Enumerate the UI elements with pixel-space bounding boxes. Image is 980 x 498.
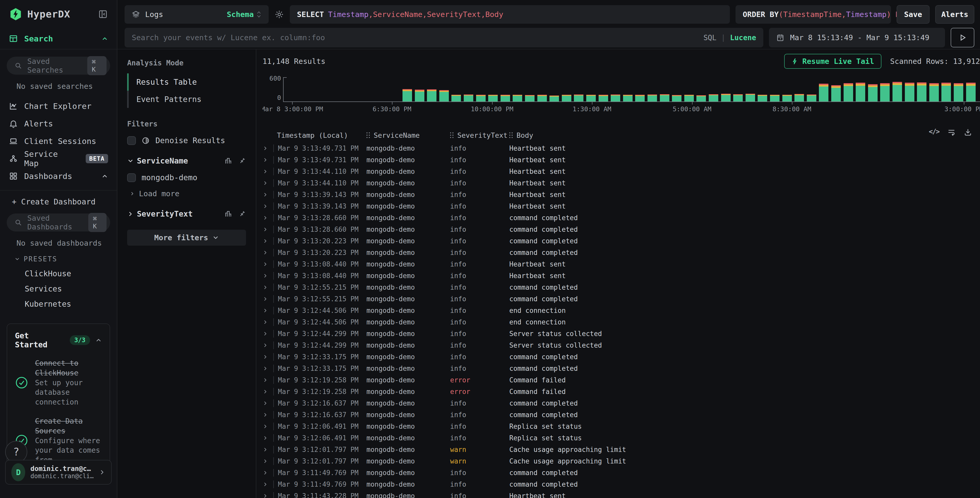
get-started-item[interactable]: Connect to ClickHouse Set up your databa… [15, 358, 102, 407]
table-row[interactable]: Mar 9 3:13:08.440 PMmongodb-demoinfoHear… [256, 258, 980, 270]
filter-value-mongodb-demo[interactable]: mongodb-demo [127, 173, 246, 182]
histogram-bar[interactable] [427, 89, 436, 101]
run-query-button[interactable] [951, 28, 974, 47]
event-search-input[interactable]: Search your events w/ Lucene ex. column:… [124, 28, 763, 47]
presets-header[interactable]: PRESETS [14, 255, 117, 263]
histogram-bar[interactable] [672, 95, 681, 101]
table-row[interactable]: Mar 9 3:13:44.110 PMmongodb-demoinfoHear… [256, 177, 980, 189]
collapse-sidebar-icon[interactable] [98, 9, 108, 19]
table-row[interactable]: Mar 9 3:12:06.491 PMmongodb-demoinfoRepl… [256, 432, 980, 444]
chart-icon[interactable] [224, 157, 232, 165]
histogram-bar[interactable] [880, 83, 890, 101]
preset-services[interactable]: Services [25, 284, 117, 293]
sidebar-item-alerts[interactable]: Alerts [0, 115, 117, 132]
table-row[interactable]: Mar 9 3:13:28.660 PMmongodb-demoinfocomm… [256, 223, 980, 235]
histogram-bar[interactable] [660, 94, 670, 101]
get-started-item[interactable]: Create Data Sources Configure where your… [15, 417, 102, 465]
app-logo[interactable]: HyperDX [9, 7, 70, 21]
mode-results-table[interactable]: Results Table [127, 73, 246, 91]
histogram-bar[interactable] [684, 95, 694, 101]
sidebar-item-dashboards[interactable]: Dashboards [0, 168, 117, 185]
histogram-bar[interactable] [452, 95, 461, 101]
table-row[interactable]: Mar 9 3:13:39.143 PMmongodb-demoinfoHear… [256, 200, 980, 212]
drag-handle-icon[interactable] [366, 132, 371, 138]
load-more-button[interactable]: Load more [130, 189, 246, 198]
table-row[interactable]: Mar 9 3:12:16.637 PMmongodb-demoinfocomm… [256, 397, 980, 409]
histogram-bar[interactable] [623, 95, 633, 101]
histogram-bar[interactable] [697, 95, 706, 101]
table-row[interactable]: Mar 9 3:12:55.215 PMmongodb-demoinfocomm… [256, 281, 980, 293]
histogram-bar[interactable] [868, 84, 878, 101]
resume-live-tail-button[interactable]: Resume Live Tail [784, 54, 881, 69]
histogram-bar[interactable] [709, 94, 718, 101]
table-row[interactable]: Mar 9 3:13:49.731 PMmongodb-demoinfoHear… [256, 154, 980, 166]
histogram-bar[interactable] [549, 96, 559, 101]
table-row[interactable]: Mar 9 3:13:28.660 PMmongodb-demoinfocomm… [256, 212, 980, 223]
histogram-bar[interactable] [439, 90, 449, 101]
histogram-bar[interactable] [954, 83, 963, 101]
alerts-button[interactable]: Alerts [935, 5, 974, 24]
histogram-bar[interactable] [966, 83, 975, 101]
col-body[interactable]: Body [509, 131, 980, 139]
table-row[interactable]: Mar 9 3:12:33.175 PMmongodb-demoinfocomm… [256, 351, 980, 362]
table-row[interactable]: Mar 9 3:12:55.215 PMmongodb-demoinfocomm… [256, 293, 980, 305]
filter-group-severitytext[interactable]: SeverityText [127, 209, 246, 219]
col-servicename[interactable]: ServiceName [366, 131, 450, 139]
date-range-picker[interactable]: Mar 8 15:13:49 - Mar 9 15:13:49 [769, 28, 945, 47]
table-row[interactable]: Mar 9 3:12:16.637 PMmongodb-demoinfocomm… [256, 409, 980, 420]
source-selector[interactable]: Logs Schema [124, 5, 269, 24]
histogram-bar[interactable] [598, 95, 608, 101]
lucene-toggle[interactable]: Lucene [730, 34, 756, 42]
histogram-bar[interactable] [501, 95, 510, 101]
pin-icon[interactable] [238, 157, 246, 165]
histogram-bar[interactable] [905, 83, 915, 101]
denoise-results-row[interactable]: Denoise Results [127, 136, 246, 145]
table-row[interactable]: Mar 9 3:11:43.228 PMmongodb-demoinfoHear… [256, 490, 980, 498]
histogram-bar[interactable] [746, 94, 755, 101]
drag-handle-icon[interactable] [509, 132, 514, 138]
schema-select[interactable]: Schema [227, 10, 261, 19]
histogram-bar[interactable] [648, 94, 657, 101]
create-dashboard-button[interactable]: + Create Dashboard [0, 190, 117, 206]
histogram-bar[interactable] [635, 95, 645, 101]
table-row[interactable]: Mar 9 3:12:19.258 PMmongodb-demoerrorCom… [256, 374, 980, 386]
histogram-bar[interactable] [488, 95, 498, 101]
histogram-bar[interactable] [758, 95, 767, 101]
histogram-bar[interactable] [929, 83, 939, 101]
histogram-bar[interactable] [574, 94, 584, 101]
table-row[interactable]: Mar 9 3:12:06.491 PMmongodb-demoinfoRepl… [256, 420, 980, 432]
histogram-bar[interactable] [402, 89, 412, 101]
histogram-bar[interactable] [464, 94, 473, 101]
table-row[interactable]: Mar 9 3:13:39.143 PMmongodb-demoinfoHear… [256, 189, 980, 200]
histogram-bar[interactable] [733, 94, 743, 101]
histogram-bar[interactable] [537, 95, 547, 101]
chevron-up-icon[interactable] [95, 337, 102, 343]
source-settings-gear-icon[interactable] [274, 10, 284, 19]
sidebar-item-search[interactable]: Search [0, 28, 117, 49]
histogram-bar[interactable] [831, 85, 841, 101]
table-row[interactable]: Mar 9 3:12:01.797 PMmongodb-demowarnCach… [256, 444, 980, 455]
chart-icon[interactable] [224, 210, 232, 218]
more-filters-button[interactable]: More filters [127, 230, 246, 246]
sidebar-item-client-sessions[interactable]: Client Sessions [0, 132, 117, 150]
histogram-bar[interactable] [562, 95, 571, 101]
table-row[interactable]: Mar 9 3:12:44.506 PMmongodb-demoinfoend … [256, 316, 980, 328]
table-row[interactable]: Mar 9 3:12:44.299 PMmongodb-demoinfoServ… [256, 328, 980, 339]
histogram-bar[interactable] [586, 95, 596, 101]
histogram-bar[interactable] [819, 84, 829, 101]
wrap-lines-icon[interactable] [947, 128, 956, 136]
histogram-bar[interactable] [525, 95, 535, 101]
histogram-bar[interactable] [917, 82, 926, 101]
table-row[interactable]: Mar 9 3:12:44.299 PMmongodb-demoinfoServ… [256, 339, 980, 351]
col-severitytext[interactable]: SeverityText [450, 131, 509, 139]
save-button[interactable]: Save [897, 5, 929, 24]
histogram-bar[interactable] [794, 94, 804, 101]
mongodb-demo-checkbox[interactable] [127, 173, 136, 182]
mode-event-patterns[interactable]: Event Patterns [127, 91, 246, 108]
histogram-bar[interactable] [807, 94, 816, 101]
filter-group-servicename[interactable]: ServiceName [127, 156, 246, 165]
preset-clickhouse[interactable]: ClickHouse [25, 269, 117, 278]
table-row[interactable]: Mar 9 3:13:49.731 PMmongodb-demoinfoHear… [256, 142, 980, 154]
order-by-input[interactable]: ORDER BY (TimestampTime, Timestamp) DESC [735, 5, 891, 24]
histogram-bar[interactable] [476, 95, 485, 101]
